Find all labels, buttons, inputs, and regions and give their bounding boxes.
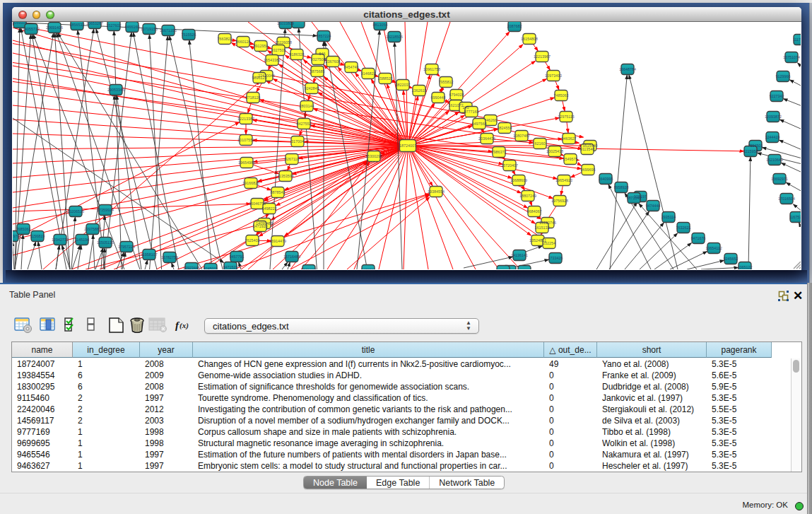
svg-text:7955812: 7955812	[439, 80, 454, 84]
svg-text:8471523: 8471523	[223, 265, 238, 269]
svg-text:12093872: 12093872	[765, 115, 782, 119]
svg-text:15751074: 15751074	[783, 55, 800, 59]
svg-text:546: 546	[319, 52, 326, 56]
svg-text:6497568: 6497568	[472, 122, 487, 126]
svg-text:2059101: 2059101	[13, 22, 28, 25]
svg-text:10973493: 10973493	[545, 74, 562, 78]
svg-text:7857224: 7857224	[317, 34, 331, 38]
svg-text:252254: 252254	[543, 241, 555, 245]
svg-text:2718126: 2718126	[246, 95, 261, 100]
svg-text:10025438: 10025438	[546, 149, 563, 153]
svg-text:8912954: 8912954	[254, 44, 269, 48]
svg-text:8267110: 8267110	[285, 157, 300, 161]
svg-text:9474444: 9474444	[646, 204, 661, 208]
svg-text:9896123: 9896123	[252, 76, 267, 80]
svg-text:1588520: 1588520	[378, 76, 393, 81]
svg-text:8123405: 8123405	[496, 269, 511, 269]
svg-text:11958107: 11958107	[141, 252, 158, 257]
svg-text:3215958: 3215958	[743, 149, 758, 153]
svg-text:2367608: 2367608	[326, 59, 341, 64]
svg-text:19756928: 19756928	[551, 199, 568, 203]
svg-text:9684067: 9684067	[527, 209, 542, 214]
svg-text:15226058: 15226058	[275, 40, 292, 45]
svg-text:1244419: 1244419	[765, 135, 780, 139]
svg-text:7515526: 7515526	[182, 33, 196, 37]
svg-text:12975115: 12975115	[558, 115, 575, 119]
svg-text:16543382: 16543382	[264, 58, 281, 62]
svg-text:1065122: 1065122	[738, 265, 753, 269]
svg-text:16210643: 16210643	[766, 158, 783, 162]
svg-text:19384554: 19384554	[428, 189, 445, 194]
svg-text:12213967: 12213967	[534, 54, 551, 59]
svg-text:2803144: 2803144	[300, 104, 314, 108]
svg-text:16046755: 16046755	[249, 201, 266, 206]
svg-text:10654112: 10654112	[705, 246, 722, 250]
svg-text:9234101: 9234101	[517, 269, 532, 269]
svg-text:7685061: 7685061	[16, 227, 31, 231]
svg-text:19654923: 19654923	[555, 178, 572, 182]
svg-text:17957223: 17957223	[118, 245, 135, 249]
svg-text:1156819: 1156819	[30, 234, 45, 238]
svg-text:23975887: 23975887	[84, 227, 101, 231]
svg-text:7485063: 7485063	[554, 93, 569, 98]
svg-text:5498222: 5498222	[262, 206, 277, 211]
svg-text:12505135: 12505135	[97, 240, 114, 245]
svg-text:(x): (x)	[180, 321, 189, 330]
svg-text:8454749: 8454749	[344, 65, 359, 69]
svg-text:1615132: 1615132	[535, 226, 550, 230]
svg-text:9327508: 9327508	[311, 57, 326, 62]
svg-text:14055712: 14055712	[23, 27, 40, 31]
svg-text:3824554: 3824554	[498, 126, 512, 130]
svg-text:12942737: 12942737	[52, 238, 69, 242]
svg-text:1527602: 1527602	[107, 23, 122, 28]
svg-text:9242845: 9242845	[305, 86, 319, 90]
svg-text:1167533: 1167533	[789, 215, 801, 219]
svg-text:7663822: 7663822	[218, 37, 233, 41]
svg-text:3822037: 3822037	[396, 83, 411, 87]
svg-text:2087682: 2087682	[507, 24, 522, 28]
svg-text:20206516: 20206516	[67, 209, 84, 214]
svg-text:20364436: 20364436	[478, 136, 495, 141]
svg-text:8186328: 8186328	[290, 52, 305, 57]
svg-text:1856532: 1856532	[70, 23, 85, 27]
svg-text:3913970: 3913970	[13, 234, 20, 238]
svg-text:1145194: 1145194	[75, 238, 90, 242]
svg-text:16033809: 16033809	[277, 22, 294, 25]
svg-text:9777169: 9777169	[464, 110, 479, 114]
svg-text:9129966: 9129966	[776, 74, 791, 78]
svg-text:7594501: 7594501	[748, 144, 763, 148]
svg-text:9146821: 9146821	[361, 71, 376, 76]
svg-text:9245011: 9245011	[204, 267, 218, 269]
svg-text:8660124: 8660124	[236, 40, 251, 44]
svg-text:6990448: 6990448	[431, 95, 446, 100]
svg-text:1549575: 1549575	[563, 157, 578, 161]
svg-text:1621072: 1621072	[449, 103, 464, 107]
svg-text:15716485: 15716485	[283, 255, 300, 259]
svg-text:10688609: 10688609	[510, 178, 527, 182]
svg-text:19166825: 19166825	[242, 181, 259, 185]
svg-text:16914479: 16914479	[269, 239, 286, 243]
svg-text:8471676: 8471676	[691, 236, 706, 240]
svg-text:6871042: 6871042	[627, 196, 642, 200]
svg-text:9457791: 9457791	[230, 255, 245, 259]
svg-text:62160: 62160	[535, 141, 546, 146]
svg-text:29053346: 29053346	[107, 88, 124, 92]
svg-text:1117504: 1117504	[793, 37, 801, 42]
svg-text:7625402: 7625402	[245, 238, 260, 243]
svg-text:19654985: 19654985	[238, 160, 255, 165]
svg-text:1733426: 1733426	[548, 256, 563, 260]
svg-text:8813054: 8813054	[373, 23, 388, 27]
svg-text:1640995: 1640995	[599, 177, 613, 181]
svg-text:6794028: 6794028	[449, 93, 464, 97]
svg-text:8878542: 8878542	[271, 190, 286, 194]
svg-text:3875685: 3875685	[310, 69, 325, 74]
svg-text:14136141: 14136141	[511, 253, 528, 257]
svg-text:19218506: 19218506	[386, 35, 403, 39]
svg-text:20691406: 20691406	[46, 25, 63, 30]
svg-text:2935114: 2935114	[661, 215, 676, 219]
svg-text:6466160: 6466160	[125, 25, 140, 29]
svg-text:10719155: 10719155	[141, 27, 158, 31]
svg-text:8427552: 8427552	[297, 122, 312, 126]
svg-text:1471920: 1471920	[253, 224, 268, 228]
svg-text:1571600: 1571600	[302, 268, 317, 269]
